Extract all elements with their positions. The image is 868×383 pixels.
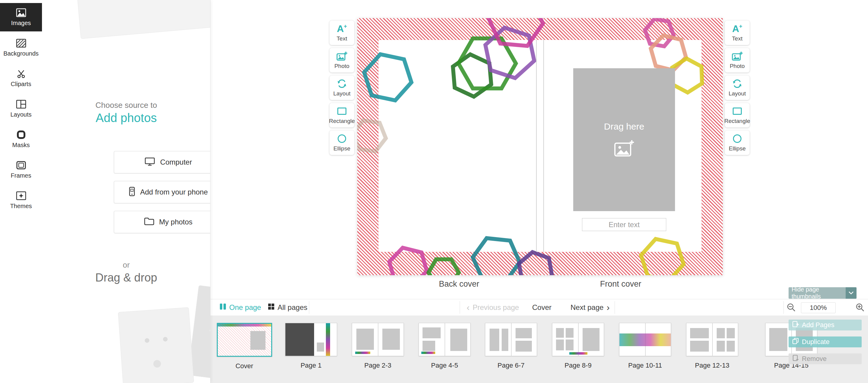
toolbar-divider [309,301,309,314]
remove-label: Remove [802,355,827,363]
hide-thumbnails-label: Hide page thumbnails [788,286,846,300]
thumbnail-art [418,323,470,356]
thumbnail-art [619,323,671,356]
zoom-out-icon [787,303,796,312]
sidebar-item-label: Backgrounds [3,50,39,57]
hide-page-thumbnails-button[interactable]: Hide page thumbnails [788,287,857,299]
sidebar-item-frames[interactable]: Frames [0,156,42,184]
duplicate-button[interactable]: Duplicate [788,337,862,347]
current-page-label: Cover [532,303,552,312]
cover-text-field[interactable]: Enter text [582,218,666,231]
add-pages-label: Add Pages [802,321,835,329]
layout-tool-button[interactable]: Layout [330,75,354,100]
add-pages-button[interactable]: Add Pages [788,320,862,330]
thumbnail-art [217,323,272,357]
thumbnail-page-2-3[interactable]: Page 2-3 [348,316,408,370]
next-page-label: Next page [570,303,603,312]
layouts-icon [16,100,26,109]
next-page-button[interactable]: Next page › [570,299,610,316]
spine-line [543,40,544,252]
tool-label: Rectangle [724,118,750,124]
ellipse-tool-icon [338,133,346,144]
tool-label: Ellipse [729,145,746,152]
thumbnail-art [352,323,404,356]
photo-tool-icon [336,51,347,61]
chevron-down-icon [846,287,857,299]
tool-label: Text [337,35,347,42]
add-from-phone-button-label: Add from your phone [140,188,208,196]
all-pages-label: All pages [278,303,307,312]
one-page-label: One page [229,303,261,312]
cover-spread-canvas[interactable]: Drag here Enter text [357,18,723,275]
thumbnail-cover[interactable]: Cover [214,316,275,370]
add-photo-icon [614,139,635,158]
photo-tool-button[interactable]: Photo [330,48,354,72]
tool-label: Text [732,35,743,42]
ellipse-tool-icon [733,133,741,144]
sidebar-item-label: Layouts [10,111,31,118]
thumbnail-label: Page 10-11 [615,361,675,370]
frames-icon [16,161,26,170]
tool-label: Layout [333,90,350,97]
left-tool-column: A+ Text Photo Layout Rectangle Ellipse [330,21,354,155]
thumbnail-label: Page 12-13 [682,361,742,370]
sidebar-item-layouts[interactable]: Layouts [0,95,42,123]
thumbnail-page-4-5[interactable]: Page 4-5 [414,316,475,370]
add-from-phone-button[interactable]: Add from your phone [114,181,211,203]
rectangle-tool-button[interactable]: Rectangle [330,103,354,127]
photo-drop-zone[interactable]: Drag here [573,68,675,211]
sidebar-item-label: Frames [11,172,31,179]
text-tool-button[interactable]: A+ Text [725,21,750,45]
add-pages-icon [792,321,799,329]
thumbnail-art [686,323,738,356]
ellipse-tool-button[interactable]: Ellipse [330,130,354,155]
sidebar-item-label: Masks [12,142,30,149]
sidebar-item-masks[interactable]: Masks [0,125,42,154]
zoom-level-input[interactable] [801,302,836,313]
sidebar-item-backgrounds[interactable]: Backgrounds [0,34,42,62]
toolbar-divider [783,301,784,314]
images-icon [16,8,26,17]
masks-icon [16,130,26,139]
thumbnail-page-6-7[interactable]: Page 6-7 [481,316,541,370]
tool-label: Rectangle [329,118,355,124]
text-tool-icon: A+ [337,24,347,34]
zoom-out-button[interactable] [787,299,796,316]
one-page-toggle[interactable]: One page [220,299,261,316]
previous-page-button[interactable]: ‹ Previous page [467,299,519,316]
right-tool-column: A+ Text Photo Layout Rectangle Ellipse [725,21,750,155]
thumbnail-page-12-13[interactable]: Page 12-13 [682,316,742,370]
bottom-toolbar: One page All pages ‹ Previous page Cover… [211,299,868,316]
zoom-in-button[interactable] [856,299,865,316]
previous-page-label: Previous page [473,303,519,312]
tool-label: Photo [334,63,349,69]
back-cover-label: Back cover [414,279,504,289]
thumbnail-label: Page 6-7 [481,361,541,370]
computer-icon [144,157,155,167]
rectangle-tool-button[interactable]: Rectangle [725,103,750,127]
themes-icon [16,191,26,200]
decorative-photo [76,0,211,39]
my-photos-button[interactable]: My photos [114,211,211,233]
computer-button[interactable]: Computer [114,151,211,173]
ellipse-tool-button[interactable]: Ellipse [725,130,750,155]
layout-tool-button[interactable]: Layout [725,75,750,100]
text-tool-button[interactable]: A+ Text [330,21,354,45]
sidebar-item-images[interactable]: Images [0,3,42,31]
decorative-photo-face [118,307,194,383]
thumbnail-label: Page 4-5 [414,361,475,370]
photo-tool-button[interactable]: Photo [725,48,750,72]
thumbnail-page-1[interactable]: Page 1 [281,316,341,370]
sidebar-item-cliparts[interactable]: Cliparts [0,64,42,92]
thumbnail-label: Page 2-3 [348,361,408,370]
rectangle-tool-icon [337,106,346,116]
all-pages-toggle[interactable]: All pages [268,299,307,316]
thumbnail-page-8-9[interactable]: Page 8-9 [548,316,608,370]
duplicate-icon [792,338,799,346]
add-photos-panel: Choose source to Add photos Computer Add… [42,0,211,383]
sidebar-item-themes[interactable]: Themes [0,186,42,215]
current-page-indicator: Cover [532,299,552,316]
backgrounds-icon [16,39,26,48]
remove-button[interactable]: Remove [788,353,862,364]
thumbnail-page-10-11[interactable]: Page 10-11 [615,316,675,370]
